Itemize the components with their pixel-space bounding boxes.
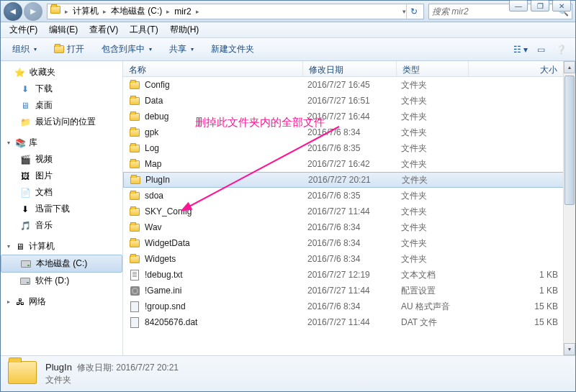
file-type: 文本文档 [401,269,473,281]
sidebar-item-disk-d[interactable]: 软件 (D:) [1,273,122,289]
collapse-icon[interactable]: ▾ [5,243,12,250]
file-row[interactable]: sdoa2016/7/6 8:35文件夹 [123,188,575,204]
forward-button[interactable]: ► [24,2,42,21]
sidebar-libraries-header[interactable]: ▾📚库 [1,135,122,151]
file-row[interactable]: PlugIn2016/7/27 20:21文件夹 [123,172,575,188]
status-date-label: 修改日期: [77,363,114,373]
preview-pane-button[interactable]: ▭ [532,41,549,58]
sidebar-network-header[interactable]: ▸🖧网络 [1,293,122,310]
sidebar-item-pictures[interactable]: 🖼图片 [1,168,122,184]
star-icon: ⭐ [14,67,25,78]
ini-icon [129,285,140,296]
organize-button[interactable]: 组织 [6,40,42,58]
scroll-up-button[interactable]: ▴ [564,61,575,73]
menu-tools[interactable]: 工具(T) [125,22,162,37]
menu-view[interactable]: 查看(V) [85,22,122,37]
folder-icon [129,190,140,201]
sidebar-item-downloads[interactable]: ⬇下载 [1,81,122,97]
sidebar-computer-header[interactable]: ▾🖥计算机 [1,238,122,255]
column-headers: 名称 修改日期 类型 大小 [123,61,575,77]
file-row[interactable]: !Game.ini2016/7/27 11:44配置设置1 KB [123,283,575,298]
scrollbar-thumb[interactable] [564,76,575,205]
file-type: 文件夹 [401,111,473,123]
column-header-date[interactable]: 修改日期 [303,61,397,76]
address-bar[interactable]: ▸ 计算机 ▸ 本地磁盘 (C:) ▸ mir2 ▸ ▾ ↻ [47,4,424,19]
file-date: 2016/7/27 16:44 [307,111,401,122]
menu-file[interactable]: 文件(F) [5,22,42,37]
file-size: 15 KB [473,317,575,327]
include-in-library-button[interactable]: 包含到库中 [96,40,158,58]
share-button[interactable]: 共享 [163,40,199,58]
file-name: Config [145,80,307,90]
file-type: 文件夹 [401,127,473,139]
chevron-right-icon[interactable]: ▸ [65,8,68,15]
titlebar: ◄ ► ▸ 计算机 ▸ 本地磁盘 (C:) ▸ mir2 ▸ ▾ ↻ 🔍 [1,1,575,22]
file-size: 15 KB [473,301,575,311]
file-name: Widgets [145,254,307,264]
details-pane: PlugIn 修改日期: 2016/7/27 20:21 文件夹 [1,355,575,391]
file-row[interactable]: debug2016/7/27 16:44文件夹 [123,109,575,124]
file-row[interactable]: Data2016/7/27 16:51文件夹 [123,93,575,109]
menu-edit[interactable]: 编辑(E) [45,22,82,37]
file-row[interactable]: !group.snd2016/7/6 8:34AU 格式声音15 KB [123,298,575,314]
file-row[interactable]: !debug.txt2016/7/27 12:19文本文档1 KB [123,267,575,283]
column-header-name[interactable]: 名称 [123,61,303,76]
file-row[interactable]: 84205676.dat2016/7/27 11:44DAT 文件15 KB [123,314,575,330]
file-type: DAT 文件 [401,316,473,329]
maximize-button[interactable]: ❐ [531,0,549,12]
download-icon: ⬇ [19,204,31,215]
file-date: 2016/7/27 20:21 [308,175,402,185]
file-type: 文件夹 [401,253,473,265]
refresh-button[interactable]: ↻ [406,4,420,19]
chevron-right-icon[interactable]: ▸ [103,8,107,15]
sidebar-item-documents[interactable]: 📄文档 [1,184,122,201]
chevron-right-icon[interactable]: ▸ [166,8,170,15]
file-row[interactable]: Map2016/7/27 16:42文件夹 [123,156,575,172]
file-name: !debug.txt [145,270,307,280]
help-button[interactable]: ❔ [552,41,570,58]
close-button[interactable]: ✕ [552,0,571,12]
file-row[interactable]: Wav2016/7/6 8:34文件夹 [123,219,575,235]
file-name: SKY_Config [145,206,307,216]
back-button[interactable]: ◄ [4,2,22,21]
expand-icon[interactable]: ▸ [5,298,12,305]
file-date: 2016/7/6 8:34 [307,127,401,137]
sidebar-item-thunder[interactable]: ⬇迅雷下载 [1,201,122,217]
file-date: 2016/7/6 8:35 [307,143,401,153]
menu-help[interactable]: 帮助(H) [166,22,204,37]
sidebar-item-recent[interactable]: 📁最近访问的位置 [1,114,122,130]
chevron-right-icon[interactable]: ▸ [196,8,199,15]
collapse-icon[interactable]: ▾ [5,140,12,146]
scrollbar[interactable]: ▴ ▾ [563,61,575,355]
toolbar: 组织 打开 包含到库中 共享 新建文件夹 ☷ ▾ ▭ ❔ [1,38,575,61]
scroll-down-button[interactable]: ▾ [564,343,575,355]
breadcrumb-folder[interactable]: mir2 [171,5,194,18]
minimize-button[interactable]: — [509,0,528,12]
column-header-size[interactable]: 大小 [469,61,575,76]
sidebar-favorites-header[interactable]: ⭐收藏夹 [1,64,122,81]
content-area: ⭐收藏夹 ⬇下载 🖥桌面 📁最近访问的位置 ▾📚库 🎬视频 🖼图片 📄文档 ⬇迅… [1,61,575,355]
status-date-value: 2016/7/27 20:21 [116,363,179,373]
sidebar-item-videos[interactable]: 🎬视频 [1,151,122,168]
breadcrumb-disk[interactable]: 本地磁盘 (C:) [108,4,165,19]
file-row[interactable]: WidgetData2016/7/6 8:34文件夹 [123,235,575,251]
music-icon: 🎵 [19,220,31,232]
view-options-button[interactable]: ☷ ▾ [512,41,529,58]
file-date: 2016/7/27 16:42 [307,159,401,169]
breadcrumb-computer[interactable]: 计算机 [70,4,102,19]
document-icon: 📄 [19,187,31,199]
sidebar-item-music[interactable]: 🎵音乐 [1,217,122,234]
file-row[interactable]: Widgets2016/7/6 8:34文件夹 [123,251,575,267]
file-row[interactable]: gpk2016/7/6 8:34文件夹 [123,124,575,140]
sidebar-item-disk-c[interactable]: 本地磁盘 (C:) [1,255,122,273]
file-row[interactable]: Log2016/7/6 8:35文件夹 [123,140,575,156]
file-name: Wav [145,222,307,232]
folder-icon [129,79,140,91]
file-row[interactable]: Config2016/7/27 16:45文件夹 [123,77,575,93]
sidebar-item-desktop[interactable]: 🖥桌面 [1,97,122,114]
new-folder-button[interactable]: 新建文件夹 [205,40,260,58]
file-row[interactable]: SKY_Config2016/7/27 11:44文件夹 [123,204,575,219]
file-list[interactable]: Config2016/7/27 16:45文件夹Data2016/7/27 16… [123,77,575,355]
column-header-type[interactable]: 类型 [397,61,469,76]
open-button[interactable]: 打开 [48,40,90,58]
